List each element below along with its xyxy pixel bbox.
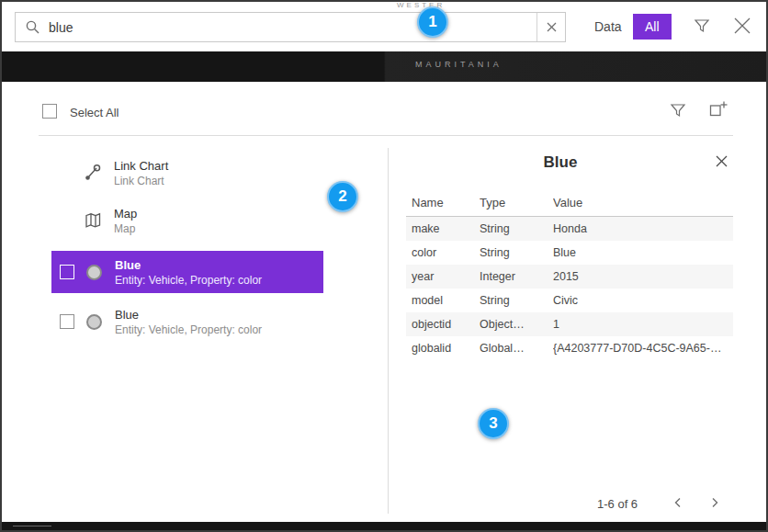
cell-name: model [406,294,480,307]
table-row: make String Honda [406,217,733,241]
column-header-name: Name [406,196,480,209]
search-input[interactable] [15,12,566,42]
result-title: Map [114,207,137,221]
table-row: year Integer 2015 [406,265,733,289]
close-detail-button[interactable] [715,154,728,172]
pagination-label: 1-6 of 6 [597,497,638,511]
chevron-left-icon [672,496,684,509]
table-row: model String Civic [406,289,733,312]
cell-name: make [406,222,480,235]
result-title: Blue [115,258,262,272]
next-page-button[interactable] [706,493,724,512]
search-query-field[interactable] [49,20,536,35]
result-item-blue[interactable]: Blue Entity: Vehicle, Property: color [51,300,323,343]
cell-value: Blue [553,246,733,259]
cell-value: 2015 [553,270,733,283]
map-scalebar [13,526,51,526]
cell-value: {A4203777-D70D-4C5C-9A65-C… [553,342,733,355]
column-header-type: Type [480,196,553,209]
data-dropdown[interactable]: Data [594,19,622,34]
results-filter-button[interactable] [670,102,686,122]
table-row: objectid Object… 1 [406,312,733,336]
cell-value: 1 [553,318,733,331]
add-selection-icon [709,100,728,119]
cell-type: Object… [480,318,553,331]
step-annotation-3: 3 [478,408,509,439]
search-toolbar: WESTER Data All 1 [2,2,766,51]
cell-type: Global… [480,342,553,355]
result-item-blue-selected[interactable]: Blue Entity: Vehicle, Property: color [51,251,323,293]
app-window: WESTER Data All 1 MAURITANIA Select All [0,0,768,532]
entity-icon [84,314,104,330]
cell-value: Honda [553,222,733,235]
cell-name: globalid [406,342,480,355]
result-title: Blue [115,308,262,322]
table-row: color String Blue [406,241,733,265]
select-all-label: Select All [70,106,119,119]
previous-page-button[interactable] [669,493,687,512]
result-title: Link Chart [114,159,168,173]
step-annotation-2: 2 [327,181,358,212]
cell-type: String [480,294,553,307]
close-icon [715,154,728,168]
clear-icon [547,22,557,32]
cell-value: Civic [553,294,733,307]
chevron-right-icon [708,496,721,509]
result-subtitle: Entity: Vehicle, Property: color [115,323,262,336]
close-icon [732,16,752,36]
select-all-checkbox[interactable] [42,104,57,119]
cell-type: String [480,246,553,259]
step-annotation-1: 1 [417,6,448,38]
filter-button[interactable] [694,17,710,38]
column-header-value: Value [553,196,733,209]
map-background: MAURITANIA [2,51,766,82]
detail-title: Blue [388,153,733,172]
close-search-button[interactable] [732,16,752,40]
attribute-table: Name Type Value make String Honda color … [406,188,733,360]
result-subtitle: Map [114,222,137,235]
search-icon [25,19,40,35]
cell-type: String [480,222,553,235]
table-row: globalid Global… {A4203777-D70D-4C5C-9A6… [406,336,733,360]
result-subtitle: Link Chart [114,175,168,187]
header-divider [39,135,733,136]
filter-icon [694,17,710,34]
cell-name: year [406,270,480,283]
clear-search-button[interactable] [536,13,565,41]
cell-name: objectid [406,318,480,331]
table-header: Name Type Value [406,188,733,217]
result-item-link-chart[interactable]: Link Chart Link Chart [51,152,323,194]
map-label-mauritania: MAURITANIA [415,60,503,69]
result-checkbox[interactable] [60,265,74,279]
cell-name: color [406,246,480,259]
result-item-map[interactable]: Map Map [51,199,323,242]
filter-icon [670,102,686,119]
column-divider [388,148,389,514]
add-selection-button[interactable] [709,100,728,122]
result-checkbox[interactable] [60,314,74,329]
search-results-panel: Select All Link Chart Link Chart Map [2,82,766,522]
map-background-bottom [2,522,766,530]
cell-type: Integer [480,270,553,283]
entity-icon [84,265,104,280]
map-icon [83,211,103,230]
result-subtitle: Entity: Vehicle, Property: color [115,274,262,287]
all-filter-button[interactable]: All [633,14,672,40]
link-chart-icon [83,164,103,182]
